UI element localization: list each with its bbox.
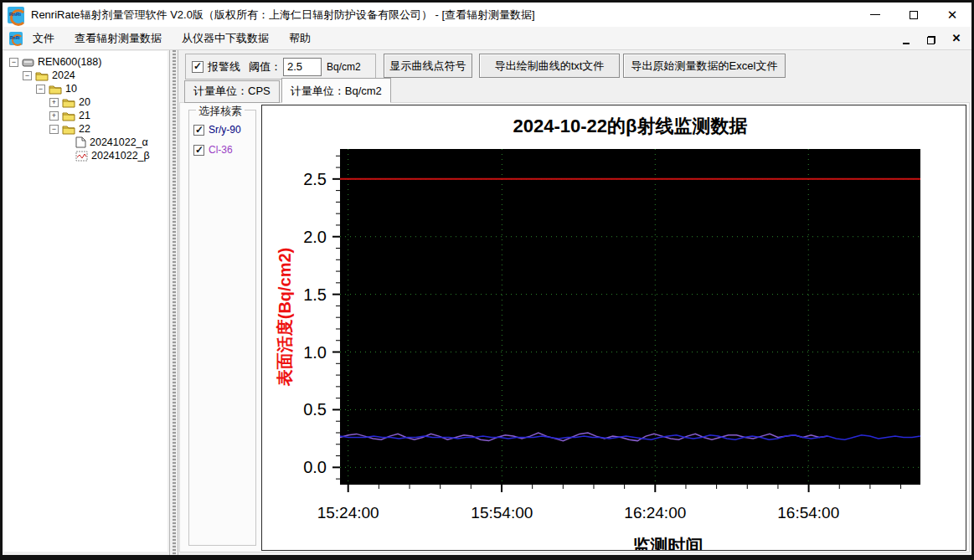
menu-item-0[interactable]: 文件 [23, 28, 64, 49]
content-area: 报警线 阈值： Bq/cm2 显示曲线点符号 导出绘制曲线的txt文件 导出原始… [179, 50, 971, 555]
app-window: RenriRate辐射剂量管理软件 V2.0版（版权所有：上海仁日辐射防护设备有… [0, 0, 974, 560]
nuclide-item-1: Cl-36 [193, 144, 255, 156]
tree-expander-icon[interactable]: − [49, 125, 59, 134]
svg-text:监测时间: 监测时间 [633, 536, 703, 550]
svg-text:表面活度(Bq/cm2): 表面活度(Bq/cm2) [276, 248, 294, 388]
tree-item-label: 21 [79, 110, 90, 121]
menu-items: 文件查看辐射测量数据从仪器中下载数据帮助 [23, 28, 321, 49]
mdi-minimize-icon [903, 42, 910, 44]
svg-text:1.5: 1.5 [303, 285, 327, 304]
maximize-icon [910, 11, 918, 19]
tree-item-label: 20241022_α [90, 136, 148, 148]
nuclide-checkbox-0[interactable] [193, 125, 204, 136]
tree-item-6[interactable]: 20241022_α [4, 136, 167, 149]
threshold-label: 阈值： [249, 59, 281, 74]
mdi-restore-button[interactable] [925, 33, 938, 44]
nuclide-label-0: Sr/y-90 [209, 124, 241, 136]
window-title: RenriRate辐射剂量管理软件 V2.0版（版权所有：上海仁日辐射防护设备有… [31, 8, 535, 23]
tree-item-label: 20 [79, 96, 90, 108]
title-bar: RenriRate辐射剂量管理软件 V2.0版（版权所有：上海仁日辐射防护设备有… [3, 3, 971, 27]
svg-text:16:54:00: 16:54:00 [777, 504, 839, 521]
alarm-line-label: 报警线 [208, 59, 240, 74]
maximize-button[interactable] [894, 3, 933, 27]
threshold-input[interactable] [283, 58, 322, 76]
svg-text:1.0: 1.0 [303, 343, 327, 362]
mdi-restore-icon [927, 36, 935, 44]
close-button[interactable]: ✕ [933, 3, 971, 27]
app-logo-icon [8, 7, 24, 23]
svg-text:2024-10-22的β射线监测数据: 2024-10-22的β射线监测数据 [513, 116, 748, 136]
folder-icon [49, 84, 62, 95]
svg-text:16:24:00: 16:24:00 [624, 504, 686, 521]
chart-icon [75, 151, 88, 162]
panel-splitter[interactable] [169, 50, 178, 555]
mdi-close-button[interactable]: ✕ [950, 33, 963, 44]
tree-item-2[interactable]: −10 [4, 82, 167, 95]
show-curve-points-button[interactable]: 显示曲线点符号 [384, 54, 472, 78]
svg-text:15:24:00: 15:24:00 [317, 504, 379, 521]
tree-item-label: 10 [65, 83, 77, 95]
tree-expander-icon[interactable]: + [49, 98, 59, 107]
folder-icon [62, 97, 75, 108]
main-area: −REN600(188)−2024−10+20+21−2220241022_α2… [3, 50, 971, 555]
nuclide-panel-title: 选择核素 [196, 104, 245, 119]
tree-item-4[interactable]: +21 [4, 109, 167, 122]
tree-item-label: 2024 [52, 69, 75, 81]
minimize-button[interactable] [856, 3, 894, 27]
export-txt-button[interactable]: 导出绘制曲线的txt文件 [479, 54, 620, 78]
nuclide-checkbox-1[interactable] [193, 145, 204, 156]
document-logo-icon [9, 32, 23, 45]
folder-icon [62, 124, 75, 135]
tree-item-label: 20241022_β [91, 150, 150, 162]
tree-item-label: REN600(188) [38, 56, 101, 68]
alarm-line-group: 报警线 阈值： Bq/cm2 [185, 54, 376, 80]
nuclide-panel: 选择核素 Sr/y-90Cl-36 [188, 110, 256, 546]
nuclide-item-0: Sr/y-90 [193, 124, 255, 136]
mdi-close-icon: ✕ [952, 33, 961, 44]
menu-bar: 文件查看辐射测量数据从仪器中下载数据帮助 ✕ [3, 27, 971, 50]
menu-item-1[interactable]: 查看辐射测量数据 [64, 28, 172, 49]
svg-text:0.5: 0.5 [303, 400, 327, 419]
tab-unit-0[interactable]: 计量单位：CPS [184, 80, 280, 103]
alarm-line-checkbox[interactable] [192, 61, 204, 73]
monitoring-chart: 0.00.51.01.52.02.515:24:0015:54:0016:24:… [262, 105, 966, 550]
threshold-unit-label: Bq/cm2 [327, 61, 361, 73]
tree-item-1[interactable]: −2024 [4, 69, 167, 82]
tree-item-3[interactable]: +20 [4, 95, 167, 109]
folder-icon [35, 70, 49, 81]
tree-item-label: 22 [79, 123, 90, 135]
svg-text:0.0: 0.0 [303, 458, 327, 476]
menu-item-2[interactable]: 从仪器中下载数据 [172, 28, 279, 49]
device-icon [22, 56, 34, 68]
export-excel-button[interactable]: 导出原始测量数据的Excel文件 [623, 54, 786, 78]
minimize-icon [870, 14, 880, 15]
doc-icon [75, 136, 86, 148]
measurement-tree: −REN600(188)−2024−10+20+21−2220241022_α2… [4, 51, 167, 552]
nuclide-label-1: Cl-36 [209, 144, 233, 156]
tree-item-0[interactable]: −REN600(188) [4, 55, 167, 69]
chart-panel: 0.00.51.01.52.02.515:24:0015:54:0016:24:… [261, 105, 966, 551]
tree-expander-icon[interactable]: − [23, 71, 32, 80]
folder-icon [62, 110, 75, 121]
tree-item-5[interactable]: −22 [4, 122, 167, 136]
svg-text:2.5: 2.5 [303, 170, 327, 188]
tree-expander-icon[interactable]: + [49, 111, 59, 121]
tree-expander-icon[interactable]: − [9, 58, 18, 67]
svg-text:15:54:00: 15:54:00 [471, 504, 533, 521]
menu-item-3[interactable]: 帮助 [279, 28, 321, 49]
svg-text:2.0: 2.0 [303, 228, 327, 246]
close-icon: ✕ [947, 8, 958, 21]
tree-item-7[interactable]: 20241022_β [4, 149, 167, 162]
tree-expander-icon[interactable]: − [36, 85, 45, 94]
mdi-minimize-button[interactable] [899, 33, 913, 44]
unit-tabs: 计量单位：CPS计量单位：Bq/cm2 [184, 82, 393, 103]
tab-unit-1[interactable]: 计量单位：Bq/cm2 [281, 78, 391, 103]
